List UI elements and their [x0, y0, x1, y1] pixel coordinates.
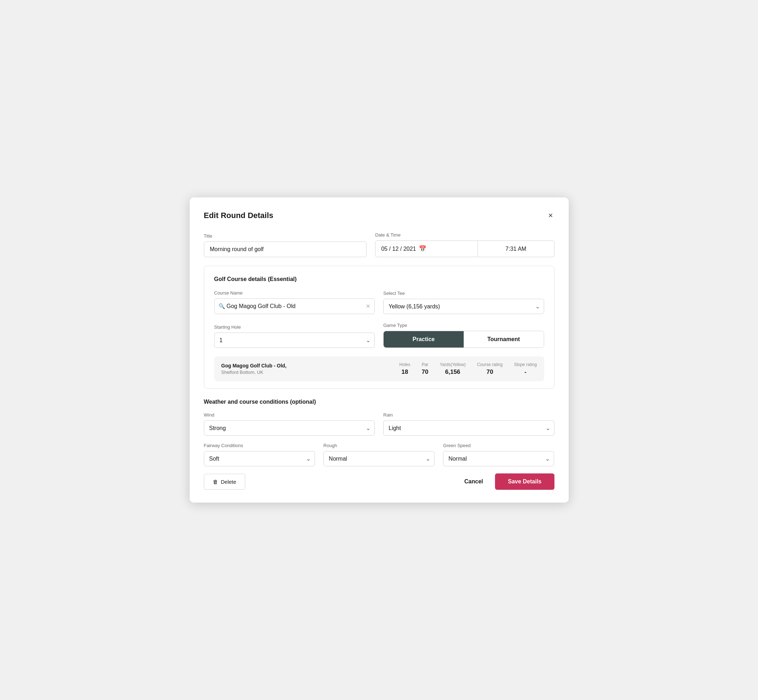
date-value: 05 / 12 / 2021 — [381, 246, 416, 252]
cancel-button[interactable]: Cancel — [461, 474, 487, 489]
time-field[interactable]: 7:31 AM — [478, 241, 554, 257]
select-tee-select[interactable]: Yellow (6,156 yards) White Red Blue — [383, 299, 544, 314]
game-type-group: Game Type Practice Tournament — [383, 323, 544, 348]
title-input[interactable] — [204, 242, 367, 257]
course-info-name-block: Gog Magog Golf Club - Old, Shelford Bott… — [221, 363, 388, 375]
clear-icon[interactable]: ✕ — [366, 303, 370, 309]
course-name-label: Course Name — [214, 290, 375, 295]
date-time-row: 05 / 12 / 2021 📅 7:31 AM — [375, 241, 554, 257]
course-name-input[interactable] — [214, 298, 375, 314]
golf-course-section: Golf Course details (Essential) Course N… — [204, 266, 554, 389]
datetime-group: Date & Time 05 / 12 / 2021 📅 7:31 AM — [375, 232, 554, 257]
slope-rating-stat: Slope rating - — [514, 362, 537, 376]
title-datetime-row: Title Date & Time 05 / 12 / 2021 📅 7:31 … — [204, 232, 554, 257]
datetime-label: Date & Time — [375, 232, 554, 238]
holes-value: 18 — [401, 369, 408, 376]
yards-label: Yards(Yellow) — [440, 362, 466, 367]
wind-select[interactable]: CalmLightModerate StrongVery Strong — [204, 420, 375, 436]
course-name-group: Course Name 🔍 ✕ — [214, 290, 375, 314]
time-value: 7:31 AM — [505, 246, 526, 252]
hole-gametype-row: Starting Hole 1234 5678 910 ⌄ Game Type … — [214, 323, 544, 348]
course-rating-label: Course rating — [477, 362, 503, 367]
fairway-group: Fairway Conditions SoftNormalHard ⌄ — [204, 443, 315, 466]
fairway-label: Fairway Conditions — [204, 443, 315, 448]
course-rating-value: 70 — [487, 369, 493, 376]
starting-hole-select[interactable]: 1234 5678 910 — [214, 333, 375, 348]
wind-label: Wind — [204, 412, 375, 417]
holes-label: Holes — [399, 362, 410, 367]
starting-hole-wrap: 1234 5678 910 ⌄ — [214, 333, 375, 348]
trash-icon: 🗑 — [213, 479, 218, 485]
slope-rating-value: - — [525, 369, 527, 376]
save-button[interactable]: Save Details — [495, 473, 554, 490]
close-button[interactable]: × — [547, 210, 554, 221]
date-field[interactable]: 05 / 12 / 2021 📅 — [375, 241, 478, 257]
title-group: Title — [204, 233, 367, 257]
tournament-button[interactable]: Tournament — [464, 331, 544, 347]
wind-group: Wind CalmLightModerate StrongVery Strong… — [204, 412, 375, 436]
course-info-row: Gog Magog Golf Club - Old, Shelford Bott… — [214, 356, 544, 381]
rough-select[interactable]: SoftNormalHard — [324, 451, 434, 466]
rough-label: Rough — [324, 443, 434, 448]
course-tee-row: Course Name 🔍 ✕ Select Tee Yellow (6,156… — [214, 290, 544, 314]
game-type-label: Game Type — [383, 323, 544, 328]
rough-group: Rough SoftNormalHard ⌄ — [324, 443, 434, 466]
slope-rating-label: Slope rating — [514, 362, 537, 367]
holes-stat: Holes 18 — [399, 362, 410, 376]
modal-title: Edit Round Details — [204, 211, 274, 220]
course-info-location: Shelford Bottom, UK — [221, 370, 388, 375]
green-speed-wrap: SlowNormal FastVery Fast ⌄ — [443, 451, 554, 466]
fairway-select[interactable]: SoftNormalHard — [204, 451, 315, 466]
rain-group: Rain NoneLight ModerateHeavy ⌄ — [383, 412, 554, 436]
course-rating-stat: Course rating 70 — [477, 362, 503, 376]
footer-row: 🗑 Delete Cancel Save Details — [204, 473, 554, 490]
game-type-toggle: Practice Tournament — [383, 331, 544, 348]
rain-label: Rain — [383, 412, 554, 417]
rain-wrap: NoneLight ModerateHeavy ⌄ — [383, 420, 554, 436]
fairway-rough-green-row: Fairway Conditions SoftNormalHard ⌄ Roug… — [204, 443, 554, 466]
wind-wrap: CalmLightModerate StrongVery Strong ⌄ — [204, 420, 375, 436]
fairway-wrap: SoftNormalHard ⌄ — [204, 451, 315, 466]
select-tee-group: Select Tee Yellow (6,156 yards) White Re… — [383, 291, 544, 314]
practice-button[interactable]: Practice — [384, 331, 464, 347]
course-info-name: Gog Magog Golf Club - Old, — [221, 363, 388, 369]
yards-stat: Yards(Yellow) 6,156 — [440, 362, 466, 376]
starting-hole-label: Starting Hole — [214, 324, 375, 330]
starting-hole-group: Starting Hole 1234 5678 910 ⌄ — [214, 324, 375, 348]
conditions-section: Weather and course conditions (optional)… — [204, 399, 554, 466]
green-speed-select[interactable]: SlowNormal FastVery Fast — [443, 451, 554, 466]
yards-value: 6,156 — [445, 369, 460, 376]
par-value: 70 — [422, 369, 429, 376]
wind-rain-row: Wind CalmLightModerate StrongVery Strong… — [204, 412, 554, 436]
course-search-wrap: 🔍 ✕ — [214, 298, 375, 314]
par-label: Par — [422, 362, 429, 367]
title-label: Title — [204, 233, 367, 239]
golf-course-title: Golf Course details (Essential) — [214, 276, 544, 283]
conditions-title: Weather and course conditions (optional) — [204, 399, 554, 405]
green-speed-label: Green Speed — [443, 443, 554, 448]
delete-button[interactable]: 🗑 Delete — [204, 474, 245, 490]
select-tee-wrap: Yellow (6,156 yards) White Red Blue ⌄ — [383, 299, 544, 314]
select-tee-label: Select Tee — [383, 291, 544, 296]
par-stat: Par 70 — [422, 362, 429, 376]
rough-wrap: SoftNormalHard ⌄ — [324, 451, 434, 466]
green-speed-group: Green Speed SlowNormal FastVery Fast ⌄ — [443, 443, 554, 466]
modal-header: Edit Round Details × — [204, 210, 554, 221]
footer-right: Cancel Save Details — [461, 473, 554, 490]
calendar-icon: 📅 — [419, 245, 426, 253]
edit-round-modal: Edit Round Details × Title Date & Time 0… — [190, 197, 568, 503]
search-icon: 🔍 — [219, 303, 225, 309]
delete-label: Delete — [221, 479, 236, 485]
rain-select[interactable]: NoneLight ModerateHeavy — [383, 420, 554, 436]
